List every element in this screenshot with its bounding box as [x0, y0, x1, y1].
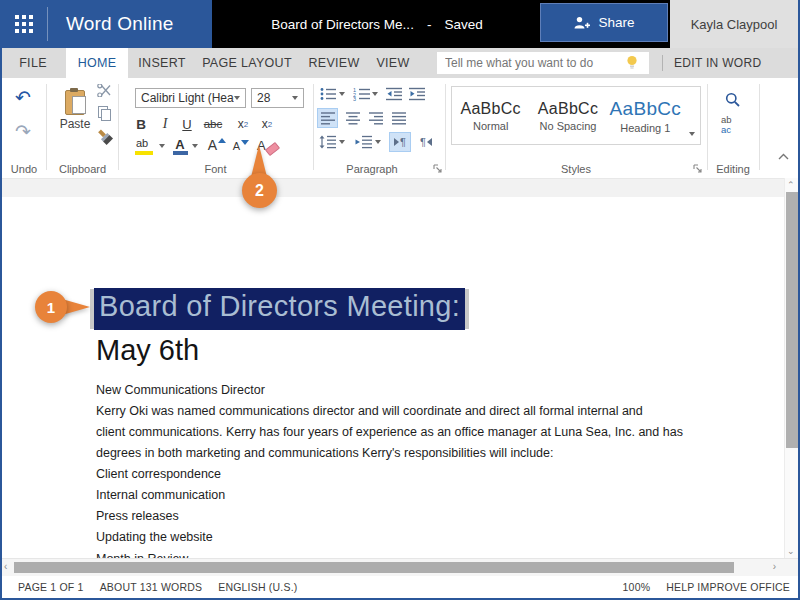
status-bar: PAGE 1 OF 1 ABOUT 131 WORDS ENGLISH (U.S…: [2, 576, 798, 598]
cut-icon[interactable]: [95, 82, 113, 98]
tell-me-input[interactable]: [437, 52, 649, 74]
page-count[interactable]: PAGE 1 OF 1: [18, 581, 84, 593]
highlight-color-bar: [135, 151, 153, 155]
vertical-scrollbar-thumb[interactable]: [786, 192, 798, 448]
decrease-indent-icon[interactable]: [385, 86, 403, 102]
body-line[interactable]: New Communications Director: [96, 380, 683, 401]
tab-bar-divider: [662, 55, 663, 71]
paragraph-dialog-launcher[interactable]: [433, 164, 443, 174]
style-heading-1[interactable]: AaBbCc Heading 1: [607, 87, 684, 144]
grow-font-a: A: [208, 137, 217, 153]
collapse-ribbon-icon[interactable]: [774, 148, 792, 164]
find-icon[interactable]: [723, 90, 743, 110]
user-account-button[interactable]: Kayla Claypool: [670, 0, 798, 48]
increase-indent-icon[interactable]: [408, 86, 426, 102]
body-line[interactable]: client communications. Kerry has four ye…: [96, 422, 683, 443]
tab-home[interactable]: HOME: [66, 48, 128, 78]
tab-view[interactable]: VIEW: [368, 48, 418, 78]
document-canvas[interactable]: Board of Directors Meeting: May 6th New …: [2, 178, 784, 558]
align-center-button[interactable]: [342, 108, 363, 128]
scroll-down-icon[interactable]: ⌄: [787, 546, 795, 556]
tab-insert[interactable]: INSERT: [136, 48, 188, 78]
word-count[interactable]: ABOUT 131 WORDS: [100, 581, 203, 593]
styles-gallery-dropdown[interactable]: [684, 87, 700, 144]
superscript-button[interactable]: x2: [256, 114, 278, 134]
font-name-combo[interactable]: Calibri Light (Head: [135, 88, 246, 108]
grow-font-button[interactable]: A: [206, 134, 228, 156]
highlight-ab: ab: [136, 137, 148, 149]
font-size-combo[interactable]: 28: [251, 88, 304, 108]
style-normal[interactable]: AaBbCc Normal: [452, 87, 529, 144]
paste-button[interactable]: Paste: [59, 82, 91, 138]
tab-file[interactable]: FILE: [12, 48, 54, 78]
undo-icon[interactable]: ↶: [10, 84, 36, 110]
scroll-left-icon[interactable]: ‹: [4, 561, 7, 572]
paragraph-spacing-icon[interactable]: [353, 133, 373, 151]
paragraph-spacing-dropdown[interactable]: [374, 136, 382, 148]
scroll-up-icon[interactable]: ⌃: [787, 180, 795, 190]
replace-icon[interactable]: ab ac: [721, 116, 745, 138]
share-button[interactable]: Share: [540, 3, 668, 42]
style-no-spacing[interactable]: AaBbCc No Spacing: [529, 87, 606, 144]
body-line[interactable]: Month in Review: [96, 549, 188, 558]
font-color-dropdown[interactable]: [191, 138, 199, 154]
bullets-icon[interactable]: [319, 86, 337, 102]
align-right-button[interactable]: [365, 108, 386, 128]
numbering-icon[interactable]: 1 2 3: [351, 86, 371, 102]
share-label: Share: [598, 15, 634, 30]
tab-review[interactable]: REVIEW: [304, 48, 364, 78]
body-line[interactable]: degrees in both marketing and communicat…: [96, 443, 683, 464]
line-spacing-dropdown[interactable]: [338, 136, 346, 148]
edit-in-word-button[interactable]: EDIT IN WORD: [674, 48, 761, 78]
body-line[interactable]: Kerry Oki was named communications direc…: [96, 401, 683, 422]
copy-icon[interactable]: [95, 104, 113, 122]
share-person-icon: [573, 15, 590, 31]
line-spacing-icon[interactable]: [317, 133, 337, 151]
underline-button[interactable]: U: [177, 114, 197, 134]
font-color-button[interactable]: A: [170, 134, 190, 156]
tab-page-layout[interactable]: PAGE LAYOUT: [198, 48, 296, 78]
zoom-level[interactable]: 100%: [623, 581, 651, 593]
scroll-right-icon[interactable]: ›: [773, 561, 776, 572]
highlight-dropdown[interactable]: [158, 138, 166, 154]
document-title[interactable]: Board of Directors Me...: [271, 17, 414, 32]
strikethrough-button[interactable]: abc: [200, 114, 226, 134]
body-line[interactable]: Internal communication: [96, 485, 683, 506]
document-title-text[interactable]: Board of Directors Meeting:: [94, 288, 465, 330]
body-line[interactable]: Client correspondence: [96, 464, 683, 485]
document-subtitle-text[interactable]: May 6th: [96, 334, 199, 367]
bold-button[interactable]: B: [131, 114, 151, 134]
callout-1-badge: 1: [35, 291, 67, 323]
highlight-color-button[interactable]: ab: [132, 136, 156, 156]
document-title-bar: Board of Directors Me... - Saved: [212, 0, 542, 48]
selection-handle-end[interactable]: [465, 289, 469, 329]
vertical-scrollbar[interactable]: ⌃ ⌄: [784, 178, 798, 558]
subscript-button[interactable]: x2: [232, 114, 254, 134]
numbering-dropdown[interactable]: [371, 88, 379, 100]
app-launcher-icon[interactable]: [15, 15, 33, 33]
clipboard-group: Paste: [47, 78, 118, 178]
eraser-icon: [265, 142, 280, 156]
align-left-button[interactable]: [317, 108, 338, 128]
selected-title-row[interactable]: Board of Directors Meeting:: [90, 288, 469, 330]
styles-dialog-launcher[interactable]: [693, 164, 703, 174]
shrink-font-button[interactable]: A: [231, 136, 251, 156]
help-improve-office[interactable]: HELP IMPROVE OFFICE: [666, 581, 790, 593]
rtl-text-direction-button[interactable]: ¶: [415, 132, 437, 152]
justify-button[interactable]: [388, 108, 409, 128]
horizontal-scrollbar-thumb[interactable]: [14, 562, 734, 573]
style-name: Normal: [473, 120, 508, 132]
redo-icon[interactable]: ↷: [10, 118, 36, 144]
body-line[interactable]: Press releases: [96, 506, 683, 527]
language-status[interactable]: ENGLISH (U.S.): [218, 581, 297, 593]
document-body[interactable]: New Communications Director Kerry Oki wa…: [96, 380, 683, 548]
page-top-margin: [2, 178, 784, 197]
bullets-dropdown[interactable]: [338, 88, 346, 100]
ltr-text-direction-button[interactable]: ¶: [389, 132, 411, 152]
body-line[interactable]: Updating the website: [96, 527, 683, 548]
title-dash: -: [427, 17, 432, 32]
lightbulb-icon: [626, 55, 638, 72]
horizontal-scrollbar[interactable]: ‹ ›: [2, 558, 798, 576]
italic-button[interactable]: I: [157, 114, 173, 134]
format-painter-icon[interactable]: [95, 128, 113, 144]
